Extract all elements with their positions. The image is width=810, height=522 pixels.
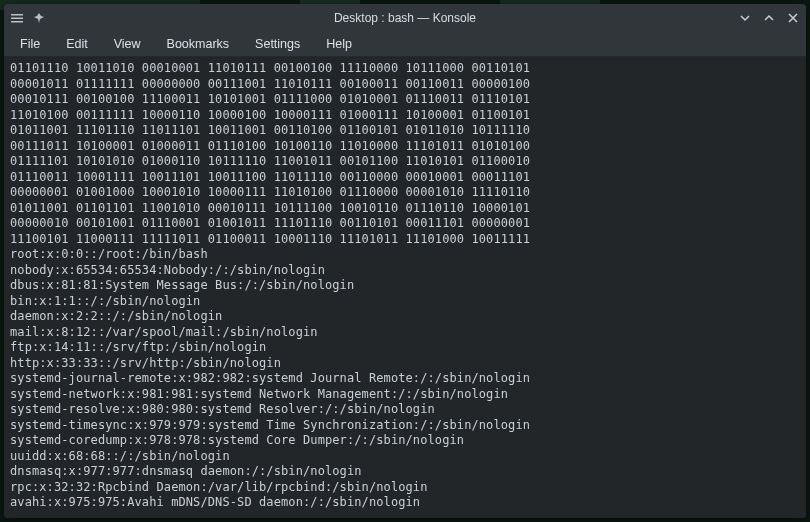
window-title: Desktop : bash — Konsole <box>4 11 806 25</box>
terminal-output[interactable]: 01101110 10011010 00010001 11010111 0010… <box>4 57 806 518</box>
window-controls <box>738 11 800 25</box>
titlebar-left-icons <box>10 11 46 25</box>
menu-view[interactable]: View <box>102 34 153 54</box>
close-icon[interactable] <box>786 11 800 25</box>
menu-help[interactable]: Help <box>314 34 364 54</box>
menu-settings[interactable]: Settings <box>243 34 312 54</box>
menu-bookmarks[interactable]: Bookmarks <box>155 34 242 54</box>
svg-rect-2 <box>11 21 23 23</box>
menu-file[interactable]: File <box>8 34 52 54</box>
app-menu-icon[interactable] <box>10 11 24 25</box>
titlebar[interactable]: Desktop : bash — Konsole <box>4 4 806 32</box>
svg-rect-1 <box>11 18 23 20</box>
minimize-icon[interactable] <box>738 11 752 25</box>
menubar: File Edit View Bookmarks Settings Help <box>4 32 806 57</box>
svg-rect-0 <box>11 14 23 16</box>
maximize-icon[interactable] <box>762 11 776 25</box>
konsole-window: Desktop : bash — Konsole File Edit View … <box>4 4 806 518</box>
pin-icon[interactable] <box>32 11 46 25</box>
menu-edit[interactable]: Edit <box>54 34 100 54</box>
